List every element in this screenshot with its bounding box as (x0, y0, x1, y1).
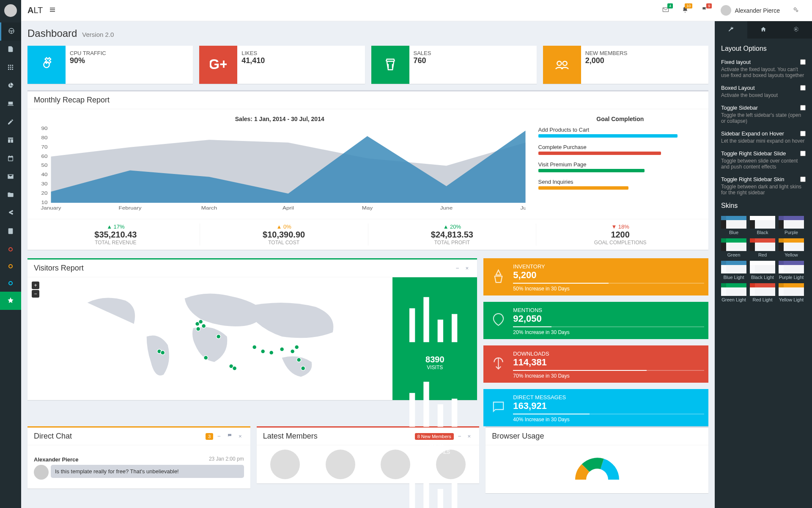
avatar (4, 4, 17, 17)
th-icon (7, 64, 14, 71)
tab-wrench[interactable] (715, 21, 747, 39)
bar-chart-icon (401, 370, 469, 438)
map-svg (27, 277, 392, 400)
control-sidebar-toggle[interactable] (786, 0, 806, 21)
info-box-icon: G+ (199, 46, 237, 84)
layout-option: Sidebar Expand on Hover Let the sidebar … (721, 130, 806, 144)
box-title: Visitors Report (34, 264, 84, 273)
layout-option-checkbox[interactable] (800, 105, 806, 110)
messages-menu[interactable]: 4 (656, 0, 675, 21)
sidebar-user[interactable] (0, 0, 21, 22)
nav-important[interactable] (0, 241, 21, 258)
skin-option[interactable]: Purple (779, 216, 804, 235)
monthly-recap-box: Monthly Recap Report Sales: 1 Jan, 2014 … (27, 90, 708, 250)
skin-label: Black Light (750, 275, 775, 280)
small-box-label: DOWNLOADS (513, 351, 704, 357)
skin-option[interactable]: Green Light (721, 283, 746, 302)
svg-point-32 (261, 349, 265, 353)
browser-usage-box: Browser Usage (486, 426, 708, 493)
zoom-out-button[interactable]: − (32, 290, 39, 298)
layout-option-checkbox[interactable] (800, 151, 806, 156)
nav-docs[interactable] (0, 223, 21, 241)
stat-block: ▲ 0% $10,390.90 TOTAL COST (200, 224, 368, 246)
nav-share[interactable] (0, 204, 21, 223)
nav-folder[interactable] (0, 186, 21, 204)
skin-option[interactable]: Red Light (750, 283, 775, 302)
nav-ui[interactable] (0, 95, 21, 113)
chat-message: Alexander Pierce 23 Jan 2:00 pm Is this … (34, 452, 244, 482)
stat-number: $10,390.90 (200, 230, 368, 240)
zoom-in-button[interactable]: + (32, 282, 39, 289)
nav-warning[interactable] (0, 258, 21, 275)
svg-point-24 (199, 320, 203, 324)
nav-mailbox[interactable] (0, 168, 21, 186)
skin-option[interactable]: Blue (721, 216, 746, 235)
folder-icon (7, 191, 14, 198)
svg-text:June: June (440, 206, 453, 211)
laptop-icon (7, 100, 14, 107)
nav-dashboard[interactable] (0, 22, 21, 41)
stat-label: GOAL COMPLETIONS (536, 240, 704, 246)
small-box-icon (483, 400, 513, 416)
nav-starred[interactable] (0, 292, 21, 310)
small-box-desc: 40% Increase in 30 Days (513, 417, 704, 426)
nav-widgets[interactable] (0, 59, 21, 77)
world-map[interactable]: + − (27, 277, 392, 400)
skin-option[interactable]: Blue Light (721, 261, 746, 280)
user-menu[interactable]: Alexander Pierce (714, 5, 786, 16)
small-box[interactable]: INVENTORY 5,200 50% Increase in 30 Days (483, 258, 708, 295)
skin-option[interactable]: Green (721, 238, 746, 257)
tasks-menu[interactable]: 9 (695, 0, 714, 21)
stat-block: ▲ 20% $24,813.53 TOTAL PROFIT (368, 224, 537, 246)
circle-yellow-icon (8, 264, 13, 268)
share-icon (7, 210, 14, 216)
nav-tables[interactable] (0, 132, 21, 150)
nav-calendar[interactable] (0, 150, 21, 168)
nav-information[interactable] (0, 275, 21, 292)
small-box[interactable]: MENTIONS 92,050 20% Increase in 30 Days (483, 302, 708, 339)
member-item[interactable] (316, 450, 365, 479)
skin-option[interactable]: Black (750, 216, 775, 235)
small-box[interactable]: DIRECT MESSAGES 163,921 40% Increase in … (483, 389, 708, 426)
info-box-value: 760 (414, 56, 532, 65)
close-button[interactable]: × (464, 264, 471, 273)
brand-logo[interactable]: ALT (27, 6, 43, 15)
skin-option[interactable]: Yellow Light (779, 283, 804, 302)
sidebar-toggle[interactable] (49, 6, 56, 14)
close-button[interactable]: × (236, 432, 244, 441)
skin-option[interactable]: Purple Light (779, 261, 804, 280)
goal-progress (538, 186, 628, 190)
svg-text:February: February (119, 206, 142, 211)
skin-option[interactable]: Red (750, 238, 775, 257)
layout-option-desc: Activate the boxed layout (721, 92, 806, 98)
layout-option-checkbox[interactable] (800, 59, 806, 65)
skin-option[interactable]: Yellow (779, 238, 804, 257)
tab-settings[interactable] (779, 21, 812, 39)
layout-option-checkbox[interactable] (800, 85, 806, 91)
circle-red-icon (8, 247, 13, 251)
nav-forms[interactable] (0, 113, 21, 132)
small-box-icon (483, 269, 513, 285)
layout-option: Toggle Right Sidebar Skin Toggle between… (721, 176, 806, 196)
contacts-button[interactable] (225, 432, 234, 441)
collapse-button[interactable]: − (454, 264, 461, 273)
small-box[interactable]: DOWNLOADS 114,381 70% Increase in 30 Day… (483, 345, 708, 383)
stat-label: TOTAL PROFIT (368, 240, 536, 246)
collapse-button[interactable]: − (215, 432, 223, 441)
tab-home[interactable] (747, 21, 780, 39)
notifications-menu[interactable]: 10 (675, 0, 695, 21)
layout-option: Toggle Right Sidebar Slide Toggle betwee… (721, 150, 806, 170)
nav-files[interactable] (0, 41, 21, 59)
layout-option-checkbox[interactable] (800, 131, 806, 136)
skin-label: Blue Light (721, 275, 746, 280)
member-item[interactable] (261, 450, 310, 479)
info-box-icon (543, 46, 581, 84)
layout-option-checkbox[interactable] (800, 177, 806, 182)
username: Alexander Pierce (735, 7, 780, 14)
skin-label: Green (721, 252, 746, 257)
skin-label: Yellow (779, 252, 804, 257)
nav-charts[interactable] (0, 77, 21, 95)
svg-text:50: 50 (41, 163, 47, 168)
skin-option[interactable]: Black Light (750, 261, 775, 280)
chat-sender: Alexander Pierce (34, 456, 79, 463)
